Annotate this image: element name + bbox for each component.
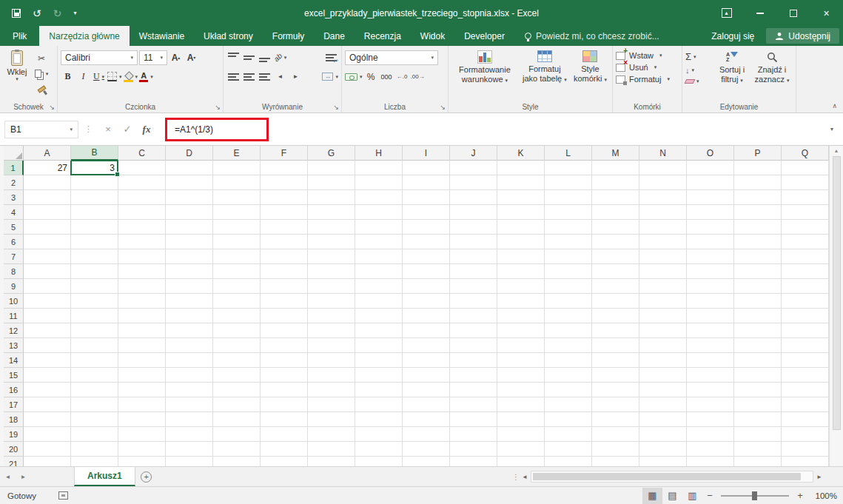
cell-O9[interactable] bbox=[687, 279, 734, 294]
enter-icon[interactable]: ✓ bbox=[118, 124, 137, 135]
cell-I11[interactable] bbox=[403, 309, 450, 323]
cell-K18[interactable] bbox=[497, 412, 545, 427]
cell-O21[interactable] bbox=[687, 457, 734, 466]
cell-O14[interactable] bbox=[687, 353, 734, 368]
macro-record-icon[interactable] bbox=[58, 491, 68, 500]
cell-C20[interactable] bbox=[118, 442, 166, 457]
row-header-8[interactable]: 8 bbox=[4, 264, 24, 279]
row-header-2[interactable]: 2 bbox=[4, 175, 24, 190]
cell-H3[interactable] bbox=[355, 190, 403, 205]
cell-I5[interactable] bbox=[403, 220, 450, 235]
cell-E14[interactable] bbox=[213, 353, 261, 368]
cell-G11[interactable] bbox=[308, 309, 355, 323]
cell-N17[interactable] bbox=[639, 397, 687, 412]
cell-C5[interactable] bbox=[118, 220, 166, 235]
cell-N6[interactable] bbox=[639, 235, 687, 249]
cell-K13[interactable] bbox=[497, 338, 545, 353]
cell-B3[interactable] bbox=[71, 190, 118, 205]
align-bottom-button[interactable] bbox=[258, 50, 272, 64]
cell-M12[interactable] bbox=[592, 323, 639, 338]
row-header-1[interactable]: 1 bbox=[4, 161, 24, 175]
cell-A6[interactable] bbox=[24, 235, 71, 249]
cell-H7[interactable] bbox=[355, 249, 403, 264]
cell-B13[interactable] bbox=[71, 338, 118, 353]
cell-C12[interactable] bbox=[118, 323, 166, 338]
cell-F1[interactable] bbox=[261, 161, 308, 175]
cell-O3[interactable] bbox=[687, 190, 734, 205]
cell-I4[interactable] bbox=[403, 205, 450, 220]
cell-P4[interactable] bbox=[734, 205, 782, 220]
align-middle-button[interactable] bbox=[242, 50, 256, 64]
bold-button[interactable]: B bbox=[61, 70, 75, 84]
cell-B18[interactable] bbox=[71, 412, 118, 427]
cell-K17[interactable] bbox=[497, 397, 545, 412]
cell-F21[interactable] bbox=[261, 457, 308, 466]
column-header-K[interactable]: K bbox=[497, 146, 545, 161]
font-color-button[interactable]: A bbox=[139, 70, 153, 84]
cell-F16[interactable] bbox=[261, 383, 308, 397]
cell-E21[interactable] bbox=[213, 457, 261, 466]
cell-O7[interactable] bbox=[687, 249, 734, 264]
save-icon[interactable] bbox=[12, 9, 21, 18]
alignment-dialog-launcher-icon[interactable]: ↘ bbox=[333, 104, 339, 111]
cell-J10[interactable] bbox=[450, 294, 497, 309]
cell-Q13[interactable] bbox=[782, 338, 829, 353]
cell-M9[interactable] bbox=[592, 279, 639, 294]
cell-I19[interactable] bbox=[403, 427, 450, 442]
cell-C21[interactable] bbox=[118, 457, 166, 466]
horizontal-scroll-thumb[interactable] bbox=[533, 473, 801, 480]
cell-L4[interactable] bbox=[545, 205, 592, 220]
cell-H13[interactable] bbox=[355, 338, 403, 353]
cell-N7[interactable] bbox=[639, 249, 687, 264]
cell-K15[interactable] bbox=[497, 368, 545, 383]
cell-P9[interactable] bbox=[734, 279, 782, 294]
scrollbar-split-handle[interactable]: ⋮ bbox=[513, 467, 519, 486]
cell-D5[interactable] bbox=[166, 220, 213, 235]
cell-L3[interactable] bbox=[545, 190, 592, 205]
cell-L19[interactable] bbox=[545, 427, 592, 442]
cell-A4[interactable] bbox=[24, 205, 71, 220]
cell-H19[interactable] bbox=[355, 427, 403, 442]
cell-O16[interactable] bbox=[687, 383, 734, 397]
cell-J8[interactable] bbox=[450, 264, 497, 279]
column-header-O[interactable]: O bbox=[687, 146, 734, 161]
cell-P10[interactable] bbox=[734, 294, 782, 309]
cell-K1[interactable] bbox=[497, 161, 545, 175]
cell-H17[interactable] bbox=[355, 397, 403, 412]
font-size-select[interactable]: 11 bbox=[139, 50, 167, 65]
cell-G4[interactable] bbox=[308, 205, 355, 220]
cell-O10[interactable] bbox=[687, 294, 734, 309]
cell-F4[interactable] bbox=[261, 205, 308, 220]
accounting-format-button[interactable] bbox=[345, 70, 363, 84]
align-center-button[interactable] bbox=[242, 70, 256, 84]
cell-N13[interactable] bbox=[639, 338, 687, 353]
row-header-10[interactable]: 10 bbox=[4, 294, 24, 309]
cell-O20[interactable] bbox=[687, 442, 734, 457]
cell-J16[interactable] bbox=[450, 383, 497, 397]
cell-E17[interactable] bbox=[213, 397, 261, 412]
formula-bar-expand-icon[interactable]: ▾ bbox=[821, 126, 843, 132]
insert-function-icon[interactable]: fx bbox=[137, 124, 156, 135]
cell-H1[interactable] bbox=[355, 161, 403, 175]
increase-font-size-icon[interactable]: A bbox=[169, 50, 183, 64]
cell-styles-button[interactable]: Style komórki bbox=[571, 49, 609, 83]
align-left-button[interactable] bbox=[226, 70, 241, 84]
cell-C18[interactable] bbox=[118, 412, 166, 427]
cell-P17[interactable] bbox=[734, 397, 782, 412]
cell-Q16[interactable] bbox=[782, 383, 829, 397]
cell-P3[interactable] bbox=[734, 190, 782, 205]
cell-Q8[interactable] bbox=[782, 264, 829, 279]
cell-N8[interactable] bbox=[639, 264, 687, 279]
column-header-P[interactable]: P bbox=[734, 146, 782, 161]
cell-F6[interactable] bbox=[261, 235, 308, 249]
cell-G17[interactable] bbox=[308, 397, 355, 412]
cell-A12[interactable] bbox=[24, 323, 71, 338]
cell-D4[interactable] bbox=[166, 205, 213, 220]
scroll-right-icon[interactable]: ► bbox=[813, 467, 825, 486]
column-header-D[interactable]: D bbox=[166, 146, 213, 161]
cell-J4[interactable] bbox=[450, 205, 497, 220]
cell-P14[interactable] bbox=[734, 353, 782, 368]
cell-J14[interactable] bbox=[450, 353, 497, 368]
cell-A19[interactable] bbox=[24, 427, 71, 442]
cell-P12[interactable] bbox=[734, 323, 782, 338]
